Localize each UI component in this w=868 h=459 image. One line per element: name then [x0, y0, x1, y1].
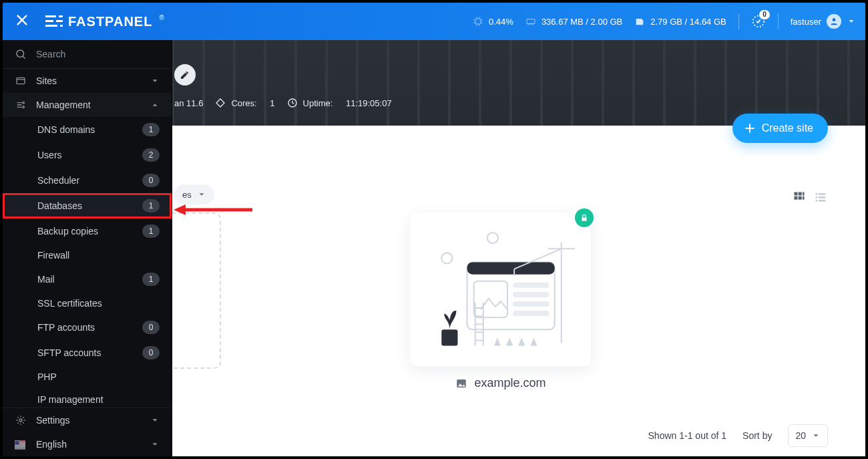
sidebar-item-backup-copies[interactable]: Backup copies1 — [3, 218, 172, 244]
user-icon — [829, 17, 839, 26]
filter-chip[interactable]: es — [174, 184, 214, 204]
cards-row: example.com — [212, 212, 591, 369]
svg-point-14 — [19, 419, 22, 422]
sidebar-bottom: Settings English — [3, 408, 172, 456]
picture-icon — [455, 377, 467, 390]
svg-rect-38 — [513, 283, 549, 288]
svg-rect-40 — [513, 301, 549, 307]
svg-point-12 — [23, 102, 25, 104]
topbar-left: FASTPANEL® — [3, 13, 165, 30]
sidebar-item-sftp-accounts[interactable]: SFTP accounts0 — [3, 340, 172, 365]
user-menu[interactable]: fastuser — [791, 14, 856, 29]
stat-mem-value: 336.67 MB / 2.00 GB — [541, 17, 622, 27]
page-size-select[interactable]: 20 — [788, 424, 828, 447]
brand-regmark: ® — [159, 14, 164, 21]
brand-logo[interactable]: FASTPANEL® — [45, 14, 165, 29]
gear-icon — [15, 415, 27, 426]
svg-point-44 — [441, 253, 452, 263]
svg-rect-36 — [467, 262, 555, 274]
svg-point-10 — [17, 50, 24, 57]
stat-mem[interactable]: 336.67 MB / 2.00 GB — [525, 16, 622, 27]
sidebar-item-label: Databases — [37, 200, 82, 211]
hero-info: an 11.6 Cores: 1 Uptime: 11:19:05:07 — [174, 98, 392, 108]
hero: an 11.6 Cores: 1 Uptime: 11:19:05:07 — [172, 40, 865, 126]
topbar: FASTPANEL® 0.44% 336.67 MB / 2.00 GB 2.7… — [3, 3, 865, 40]
svg-rect-2 — [45, 25, 57, 27]
svg-rect-26 — [795, 196, 798, 200]
view-grid-button[interactable] — [792, 190, 807, 204]
management-icon — [15, 100, 27, 110]
sidebar-item-management[interactable]: Management — [3, 93, 172, 117]
hero-uptime: Uptime: 11:19:05:07 — [287, 98, 392, 108]
disk-icon — [634, 16, 645, 27]
count-badge: 1 — [142, 224, 160, 238]
sidebar-item-users[interactable]: Users2 — [3, 142, 172, 168]
hero-cores: Cores: 1 — [215, 98, 274, 108]
svg-rect-4 — [56, 20, 63, 22]
memory-icon — [525, 16, 536, 27]
svg-rect-34 — [819, 200, 826, 202]
search-input[interactable] — [35, 48, 160, 60]
view-toggle — [792, 190, 828, 204]
sidebar-item-php[interactable]: PHP — [3, 365, 172, 388]
svg-rect-29 — [816, 193, 818, 195]
stat-disk[interactable]: 2.79 GB / 14.64 GB — [634, 16, 726, 27]
page-size-value: 20 — [795, 430, 806, 441]
sidebar-item-language[interactable]: English — [3, 432, 172, 456]
view-list-button[interactable] — [813, 190, 828, 204]
count-badge: 0 — [142, 174, 160, 187]
hero-os: an 11.6 — [174, 98, 203, 108]
pencil-icon — [180, 69, 190, 80]
sidebar-item-databases[interactable]: Databases1 — [3, 193, 172, 218]
footer: Shown 1-1 out of 1 Sort by 20 — [172, 424, 865, 447]
sidebar-search[interactable] — [3, 40, 172, 69]
management-submenu: DNS domains1Users2Scheduler0Databases1Ba… — [3, 117, 172, 408]
svg-rect-20 — [15, 448, 25, 448]
svg-rect-33 — [816, 200, 818, 202]
close-icon[interactable] — [15, 13, 29, 30]
website-illustration — [420, 222, 582, 357]
chevron-down-icon — [150, 76, 160, 86]
plus-icon — [743, 122, 756, 135]
chevron-up-icon — [150, 100, 160, 110]
cpu-icon — [473, 16, 483, 27]
sidebar-item-scheduler[interactable]: Scheduler0 — [3, 168, 172, 193]
svg-rect-5 — [60, 25, 63, 27]
create-site-button[interactable]: Create site — [732, 114, 828, 143]
count-badge: 0 — [142, 321, 160, 334]
notifications-button[interactable]: 0 — [751, 14, 766, 29]
sidebar: Sites Management DNS domains1Users2Sched… — [3, 40, 172, 456]
stat-cpu-value: 0.44% — [489, 17, 513, 27]
svg-rect-28 — [803, 196, 805, 200]
sidebar-item-sites[interactable]: Sites — [3, 69, 172, 93]
content: es — [172, 126, 865, 456]
count-badge: 2 — [142, 148, 160, 162]
sidebar-item-ftp-accounts[interactable]: FTP accounts0 — [3, 315, 172, 340]
create-site-label: Create site — [762, 122, 813, 134]
edit-button[interactable] — [174, 64, 196, 86]
stat-disk-value: 2.79 GB / 14.64 GB — [650, 17, 726, 27]
svg-rect-30 — [819, 193, 826, 195]
site-card[interactable]: example.com — [411, 212, 591, 366]
clock-icon — [287, 98, 298, 108]
sidebar-item-ssl-certificates[interactable]: SSL certificates — [3, 292, 172, 315]
sidebar-item-label: Management — [36, 100, 91, 110]
count-badge: 0 — [142, 346, 160, 359]
sidebar-item-label: Mail — [37, 274, 55, 285]
app-frame: FASTPANEL® 0.44% 336.67 MB / 2.00 GB 2.7… — [0, 0, 868, 459]
svg-point-9 — [833, 18, 836, 21]
sidebar-item-ip-management[interactable]: IP management — [3, 388, 172, 408]
brand-name: FASTPANEL — [68, 14, 152, 29]
topbar-divider — [778, 13, 779, 29]
sidebar-item-settings[interactable]: Settings — [3, 408, 172, 432]
lock-icon — [580, 213, 589, 222]
sidebar-item-mail[interactable]: Mail1 — [3, 267, 172, 292]
svg-rect-39 — [513, 292, 549, 297]
count-badge: 1 — [142, 123, 160, 136]
chevron-down-icon — [197, 190, 206, 199]
sidebar-item-dns-domains[interactable]: DNS domains1 — [3, 117, 172, 142]
chevron-down-icon — [150, 416, 160, 425]
stat-cpu[interactable]: 0.44% — [473, 16, 513, 27]
sidebar-item-firewall[interactable]: Firewall — [3, 244, 172, 267]
svg-rect-37 — [474, 281, 507, 317]
